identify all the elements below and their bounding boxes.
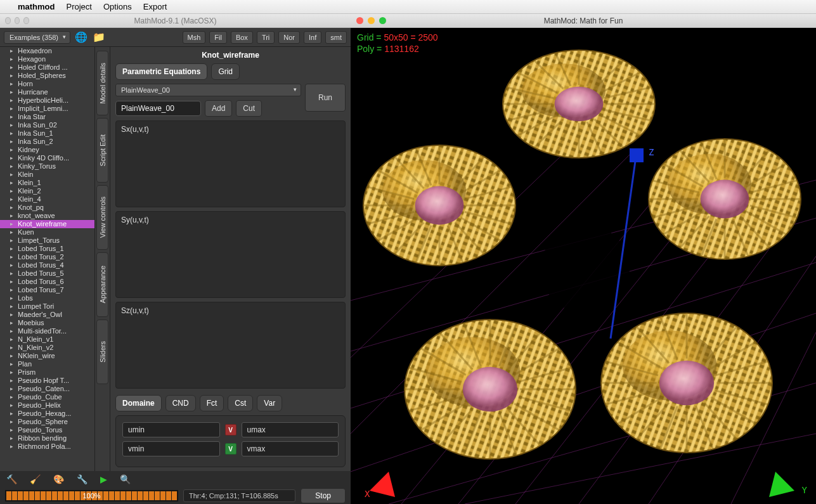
tree-item[interactable]: Inka Star	[0, 113, 94, 121]
tree-item[interactable]: Moebius	[0, 319, 94, 327]
tree-item[interactable]: Ribbon bending	[0, 434, 94, 443]
tree-item[interactable]: Knot_wireframe	[0, 220, 94, 228]
tree-item[interactable]: Klein_1	[0, 179, 94, 187]
folder-icon[interactable]: 📁	[92, 31, 106, 44]
zoom-window-icon[interactable]	[379, 17, 386, 24]
tree-item[interactable]: Pseudo_Helix	[0, 401, 94, 410]
minimize-icon[interactable]	[368, 17, 375, 24]
tree-item[interactable]: knot_weave	[0, 212, 94, 220]
tab-sliders[interactable]: Sliders	[96, 320, 108, 384]
examples-tree[interactable]: HexaedronHexagonHoled Clifford ...Holed_…	[0, 47, 95, 471]
smt-button[interactable]: smt	[325, 31, 347, 44]
palette-icon[interactable]: 🎨	[53, 474, 64, 484]
inf-button[interactable]: Inf	[304, 31, 321, 44]
tree-item[interactable]: N_Klein_v1	[0, 335, 94, 344]
tree-item[interactable]: Horn	[0, 80, 94, 88]
tree-item[interactable]: HyperbolicHeli...	[0, 96, 94, 105]
tree-item[interactable]: Lobed Torus_4	[0, 261, 94, 269]
tab-domaine[interactable]: Domaine	[115, 395, 162, 411]
traffic-dot[interactable]	[15, 17, 20, 24]
tree-item[interactable]: Hexagon	[0, 55, 94, 63]
tree-item[interactable]: Pseudo_Torus	[0, 426, 94, 434]
menu-export[interactable]: Export	[143, 2, 167, 11]
stop-button[interactable]: Stop	[301, 488, 346, 503]
tree-item[interactable]: Inka Sun_2	[0, 138, 94, 146]
play-icon[interactable]: ▶	[100, 474, 107, 484]
tree-item[interactable]: Lobed Torus_2	[0, 253, 94, 261]
tree-item[interactable]: Maeder's_Owl	[0, 311, 94, 319]
tree-item[interactable]: Pseudo_Caten...	[0, 385, 94, 393]
nor-button[interactable]: Nor	[278, 31, 300, 44]
tree-item[interactable]: Pseudo_Cube	[0, 393, 94, 401]
umin-field[interactable]: umin	[122, 422, 220, 437]
tree-item[interactable]: Knot_pq	[0, 204, 94, 212]
zoom-icon[interactable]: 🔍	[120, 474, 131, 484]
tree-item[interactable]: Inka Sun_02	[0, 121, 94, 129]
tab-appearance[interactable]: Appearance	[96, 252, 108, 317]
tree-item[interactable]: Lobed Torus_1	[0, 245, 94, 253]
tab-fct[interactable]: Fct	[200, 395, 224, 411]
brush-icon[interactable]: 🧹	[30, 474, 41, 484]
tree-item[interactable]: Klein	[0, 171, 94, 179]
add-button[interactable]: Add	[205, 100, 232, 117]
run-button[interactable]: Run	[305, 84, 346, 112]
tree-item[interactable]: Richmond Pola...	[0, 443, 94, 451]
tree-item[interactable]: Kuen	[0, 228, 94, 236]
tree-item[interactable]: Hexaedron	[0, 47, 94, 55]
tab-model-details[interactable]: Model details	[96, 51, 108, 115]
tree-item[interactable]: Holed_Spheres	[0, 72, 94, 80]
v-badge-icon[interactable]: V	[225, 443, 236, 455]
tree-item[interactable]: Kidney	[0, 146, 94, 154]
tab-parametric[interactable]: Parametric Equations	[115, 63, 207, 80]
tree-item[interactable]: Klein_4	[0, 195, 94, 204]
tree-item[interactable]: Lobed Torus_7	[0, 286, 94, 294]
tree-item[interactable]: Lobed Torus_5	[0, 269, 94, 278]
traffic-dot[interactable]	[23, 17, 29, 24]
tree-item[interactable]: Hurricane	[0, 88, 94, 96]
traffic-dot[interactable]	[5, 17, 11, 24]
box-button[interactable]: Box	[231, 31, 253, 44]
vmax-field[interactable]: vmax	[242, 441, 339, 456]
tree-item[interactable]: Kinky 4D Cliffo...	[0, 154, 94, 162]
fil-button[interactable]: Fil	[209, 31, 227, 44]
tree-item[interactable]: Holed Clifford ...	[0, 63, 94, 72]
tab-grid[interactable]: Grid	[211, 63, 240, 80]
vmin-field[interactable]: vmin	[122, 441, 220, 456]
menu-options[interactable]: Options	[103, 2, 132, 11]
u-badge-icon[interactable]: V	[225, 424, 236, 436]
tree-item[interactable]: Limpet_Torus	[0, 236, 94, 245]
tree-item[interactable]: Plan	[0, 360, 94, 368]
tree-item[interactable]: Implicit_Lemni...	[0, 105, 94, 113]
tree-item[interactable]: Lobs	[0, 294, 94, 302]
tab-script-edit[interactable]: Script Edit	[96, 118, 108, 183]
examples-combobox[interactable]: Examples (358)	[4, 31, 70, 44]
tree-item[interactable]: Inka Sun_1	[0, 129, 94, 138]
tree-item[interactable]: Lobed Torus_6	[0, 278, 94, 286]
umax-field[interactable]: umax	[242, 422, 339, 437]
globe-icon[interactable]: 🌐	[74, 31, 88, 44]
tri-button[interactable]: Tri	[257, 31, 275, 44]
hammer-icon[interactable]: 🔨	[6, 474, 17, 484]
app-name[interactable]: mathmod	[18, 2, 55, 11]
tab-cnd[interactable]: CND	[165, 395, 196, 411]
tree-item[interactable]: Kinky_Torus	[0, 162, 94, 171]
viewport-3d[interactable]: Grid = 50x50 = 2500 Poly = 1131162 X Y Z	[351, 28, 816, 504]
tab-cst[interactable]: Cst	[228, 395, 253, 411]
msh-button[interactable]: Msh	[183, 31, 206, 44]
tree-item[interactable]: Pseudo_Sphere	[0, 418, 94, 426]
tab-var[interactable]: Var	[257, 395, 282, 411]
weave-select[interactable]: PlainWeave_00	[115, 84, 301, 96]
tree-item[interactable]: NKlein_wire	[0, 352, 94, 360]
sz-field[interactable]: Sz(u,v,t)	[115, 302, 346, 389]
tab-view-controls[interactable]: View controls	[96, 185, 108, 250]
weave-name-input[interactable]	[115, 101, 201, 116]
cut-button[interactable]: Cut	[236, 100, 262, 117]
sx-field[interactable]: Sx(u,v,t)	[115, 120, 346, 207]
tree-item[interactable]: Klein_2	[0, 187, 94, 195]
tree-item[interactable]: Prism	[0, 368, 94, 377]
tree-item[interactable]: Pseudo Hopf T...	[0, 377, 94, 385]
tree-item[interactable]: Lumpet Tori	[0, 302, 94, 311]
wrench-icon[interactable]: 🔧	[77, 474, 87, 484]
menu-project[interactable]: Project	[67, 2, 92, 11]
tree-item[interactable]: N_Klein_v2	[0, 344, 94, 352]
